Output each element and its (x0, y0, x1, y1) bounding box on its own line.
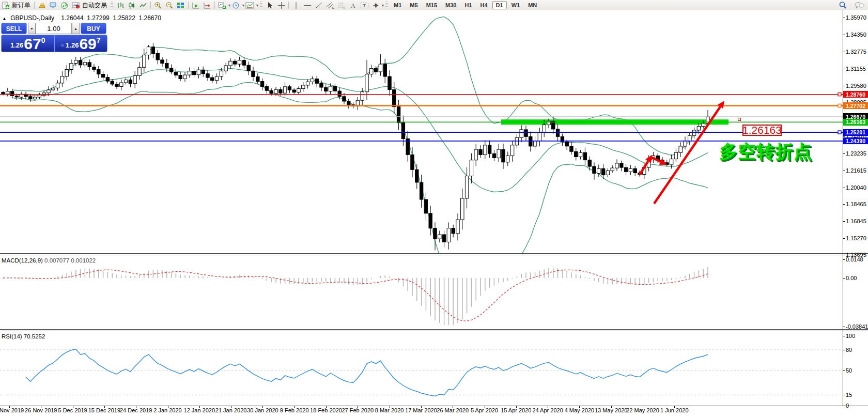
text-tool-icon[interactable]: A (347, 1, 359, 10)
pane-separator[interactable] (0, 331, 868, 331)
collapse-arrow-icon[interactable]: ▲ (2, 16, 7, 21)
volume-down-button[interactable]: ▼ (28, 23, 36, 34)
sell-button[interactable]: SELL (1, 23, 27, 34)
new-chart-icon[interactable] (216, 1, 228, 10)
timeframe-button-m30[interactable]: M30 (442, 1, 460, 9)
price-tick-label: 1.20040 (846, 184, 866, 191)
price-tick-mark (843, 69, 845, 69)
new-order-icon[interactable] (0, 1, 11, 10)
macd-indicator-pane[interactable] (0, 255, 843, 329)
macd-tick-mark (843, 278, 845, 279)
annotation-note[interactable]: 多空转折点 (719, 140, 812, 164)
text-label-tool-icon[interactable]: T (359, 1, 370, 10)
dropdown-arrow-icon[interactable]: ▾ (256, 3, 258, 8)
rsi-value: 70.5252 (24, 333, 45, 339)
rsi-indicator-pane[interactable] (0, 331, 843, 406)
price-tick-label: 1.18465 (846, 201, 866, 207)
buy-button[interactable]: BUY (81, 23, 106, 34)
timeframe-button-m5[interactable]: M5 (406, 1, 421, 9)
price-level-badge: 1.28760 (843, 91, 868, 98)
line-chart-mode-icon[interactable] (137, 1, 149, 10)
price-tick-label: 1.34350 (846, 32, 866, 38)
sell-price-display[interactable]: 1.26 67 0 (2, 35, 54, 52)
signals-icon[interactable] (59, 1, 70, 10)
time-tick-label: 26 Mar 2020 (437, 407, 469, 413)
equidistant-channel-tool-icon[interactable]: E (324, 1, 336, 10)
price-tick-label: 1.21615 (846, 167, 866, 174)
volume-input[interactable] (36, 23, 72, 34)
tile-windows-icon[interactable] (175, 1, 187, 10)
time-tick-label: 4 May 2020 (565, 407, 594, 413)
crosshair-icon[interactable] (275, 1, 287, 10)
volume-up-button[interactable]: ▲ (72, 23, 80, 34)
sell-price-pip-digit: 0 (41, 36, 45, 44)
support-level-label[interactable]: 1.26163 (742, 125, 782, 136)
bar-chart-mode-icon[interactable] (115, 1, 126, 10)
pane-separator[interactable] (0, 253, 868, 254)
chart-shift-icon[interactable] (202, 1, 213, 10)
price-tick-mark (843, 188, 845, 188)
new-order-label[interactable]: 新订单 (12, 1, 30, 10)
zoom-out-icon[interactable] (164, 1, 175, 10)
periods-clock-icon[interactable] (230, 1, 242, 10)
cursor-icon[interactable] (264, 1, 275, 10)
zoom-in-icon[interactable] (152, 1, 164, 10)
price-tick-label: 1.35970 (846, 14, 866, 21)
time-tick-label: 7 Nov 2019 (0, 407, 24, 413)
ohlc-close: 1.26670 (138, 14, 161, 22)
virtual-hosting-icon[interactable] (48, 1, 59, 10)
timeframe-button-w1[interactable]: W1 (508, 1, 524, 9)
rsi-tick-label: 0 (846, 403, 849, 409)
ohlc-open: 1.26044 (61, 14, 83, 22)
price-tick-label: 1.23235 (846, 150, 866, 157)
time-tick-label: 15 Dec 2019 (88, 407, 120, 413)
timeframe-button-h4[interactable]: H4 (477, 1, 491, 9)
buy-price-display[interactable]: ◇ 1.26 69 7 (55, 35, 107, 52)
price-tick-label: 1.31155 (846, 66, 866, 72)
arrows-tool-icon[interactable] (370, 1, 381, 10)
trendline-tool-icon[interactable] (313, 1, 324, 10)
macd-tick-label: -0.038415 (846, 323, 868, 330)
search-icon[interactable] (837, 1, 848, 10)
horizontal-line-tool-icon[interactable] (302, 1, 313, 10)
fibonacci-tool-icon[interactable]: F (336, 1, 347, 10)
time-tick-label: 5 Dec 2019 (58, 407, 87, 413)
buy-price-prefix: 1.26 (66, 41, 79, 49)
rsi-tick-mark (843, 395, 845, 395)
timeframe-button-m1[interactable]: M1 (390, 1, 405, 9)
toolbar-right-group (837, 1, 865, 10)
time-tick-label: 22 May 2020 (626, 407, 659, 413)
timeframe-group: M1M5M15M30H1H4D1W1MN (390, 2, 541, 9)
price-tick-mark (843, 238, 845, 239)
time-tick-label: 1 Jun 2020 (660, 407, 688, 413)
rsi-tick-label: 50 (846, 367, 852, 374)
macd-tick-mark (843, 327, 845, 327)
mt4-terminal: 新订单 自动交易 (0, 0, 868, 417)
market-gold-icon[interactable] (36, 1, 48, 10)
autotrading-label[interactable]: 自动交易 (82, 1, 107, 10)
auto-scroll-icon[interactable] (190, 1, 202, 10)
buy-price-big-digits: 69 (79, 37, 96, 51)
timeframe-button-mn[interactable]: MN (524, 1, 540, 9)
pane-separator[interactable] (0, 329, 868, 330)
time-tick-label: 26 Nov 2019 (25, 407, 57, 413)
timeframe-button-m15[interactable]: M15 (423, 1, 441, 9)
profiles-icon[interactable] (244, 1, 256, 10)
sell-price-big-digits: 67 (24, 37, 41, 51)
community-chat-icon[interactable] (854, 1, 865, 10)
line-anchor-handle[interactable] (738, 118, 741, 121)
svg-text:E: E (332, 6, 334, 9)
autotrading-icon[interactable] (70, 1, 82, 10)
price-tick-mark (843, 52, 845, 52)
timeframe-button-h1[interactable]: H1 (461, 1, 475, 9)
chart-window: ▲ GBPUSD-,Daily 1.26044 1.27299 1.25822 … (0, 10, 868, 417)
time-tick-label: 27 Feb 2020 (342, 407, 374, 413)
candlestick-mode-icon[interactable] (126, 1, 137, 10)
vertical-line-tool-icon[interactable] (290, 1, 302, 10)
timeframe-button-d1[interactable]: D1 (492, 1, 507, 9)
rsi-tick-label: 15 (846, 392, 852, 398)
price-level-badge: 1.26163 (843, 119, 868, 126)
main-price-chart[interactable] (0, 10, 843, 254)
pane-separator[interactable] (0, 255, 868, 255)
dropdown-arrow-icon[interactable]: ▾ (382, 3, 384, 8)
